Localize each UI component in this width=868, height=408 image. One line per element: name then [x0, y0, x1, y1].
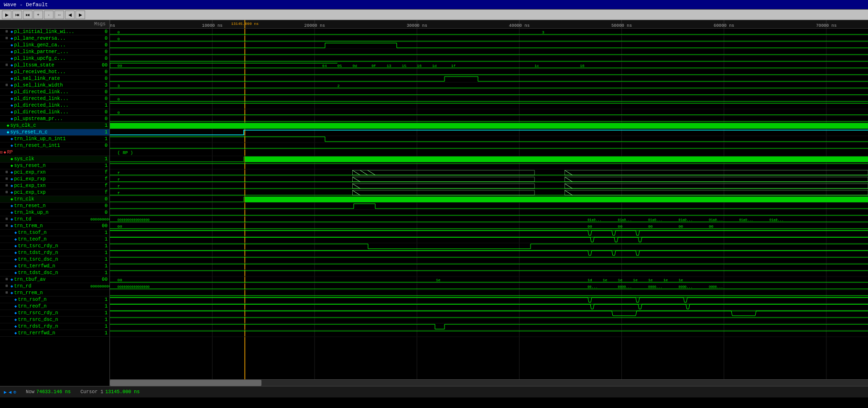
status-icon-3[interactable]: ⊕ — [13, 389, 16, 395]
signal-icon-pl-sel-link-rate: ◆ — [11, 76, 13, 81]
hscroll-thumb[interactable] — [110, 380, 261, 386]
signal-value-trn-reset-n-int1: 0 — [90, 143, 109, 148]
signal-row-pl-directed-4[interactable]: ◆ pl_directed_link... 0 — [0, 109, 109, 116]
signal-row-trn-clk[interactable]: ◆ trn_clk 0 — [0, 196, 109, 203]
toolbar-btn-zoom-out[interactable]: - — [44, 11, 54, 19]
status-bar: ▶ ◀ ⊕ Now 74633.146 ns Cursor 1 13145.00… — [0, 386, 868, 397]
wave-pl-link-gen2 — [110, 43, 868, 48]
signal-row-pci-exp-txp[interactable]: ⊞ ◆ pci_exp_txp f — [0, 189, 109, 196]
signal-header-msgs-label: Msgs — [90, 22, 109, 27]
signal-row-trn-terrfwd-n[interactable]: ◆ trn_terrfwd_n 1 — [0, 263, 109, 270]
signal-icon-sys-reset-n-c: ◆ — [7, 130, 9, 135]
signal-row-trn-reset-n[interactable]: ◆ trn_reset_n 0 — [0, 203, 109, 210]
status-icon-2[interactable]: ◀ — [9, 389, 11, 395]
hscroll[interactable] — [110, 379, 868, 386]
expand-icon-pci-exp-rxn[interactable]: ⊞ — [4, 170, 10, 176]
signal-row-sys-reset-n[interactable]: ◆ sys_reset_n 1 — [0, 163, 109, 169]
signal-row-pl-directed-2[interactable]: ◆ pl_directed_link... 0 — [0, 96, 109, 102]
signal-row-trn-rsrc-dsc-n[interactable]: ◆ trn_rsrc_dsc_n 1 — [0, 317, 109, 323]
svg-rect-68 — [565, 170, 868, 175]
signal-row-pl-sel-link-width[interactable]: ⊞ ◆ pl_sel_link_width 3 — [0, 82, 109, 89]
signal-value-pl-directed-1: 0 — [90, 89, 109, 95]
expand-icon-pl-sel-link-width[interactable]: ⊞ — [4, 83, 10, 88]
signal-row-trn-tbuf-av[interactable]: ⊞ ◆ trn_tbuf_av 00 — [0, 276, 109, 283]
svg-text:00: 00 — [679, 224, 684, 229]
signal-row-sys-clk[interactable]: ◆ sys_clk 1 — [0, 156, 109, 163]
signal-value-trn-trem-n: 00 — [90, 223, 109, 229]
svg-text:0: 0 — [118, 97, 120, 101]
wave-pl-ltssm: 00 04 05 0d 0F 13 15 16 1d 1f 1c 16 — [110, 63, 868, 68]
svg-line-83 — [353, 184, 360, 188]
toolbar-btn-2[interactable]: ⏮ — [12, 11, 22, 19]
signal-icon-trn-rerrfwd-n: ◆ — [14, 331, 17, 336]
signal-row-trn-reof-n[interactable]: ◆ trn_reof_n 1 — [0, 303, 109, 310]
expand-icon-pci-exp-txn[interactable]: ⊞ — [4, 183, 10, 189]
signal-row-sys-clk-c[interactable]: ◆ sys_clk_c 1 — [0, 122, 109, 129]
bus-icon-pl-initial: ◆ — [11, 29, 13, 34]
signal-row-pl-link-gen2[interactable]: ◆ pl_link_gen2_ca... 0 — [0, 42, 109, 49]
signal-row-trn-tdst-dsc-n[interactable]: ◆ trn_tdst_dsc_n 1 — [0, 270, 109, 276]
expand-icon-pci-exp-rxp[interactable]: ⊞ — [4, 176, 10, 182]
expand-icon-trn-td[interactable]: ⊞ — [4, 217, 10, 222]
toolbar-btn-fit[interactable]: ↔ — [54, 11, 64, 19]
signal-row-trn-rdst-rdy-n[interactable]: ◆ trn_rdst_rdy_n 1 — [0, 323, 109, 330]
signal-value-trn-rd: 0000000000000000 — [90, 284, 109, 288]
expand-icon-pl-lane[interactable]: ⊞ — [4, 36, 10, 42]
toolbar-btn-1[interactable]: ▶ — [2, 11, 11, 19]
signal-row-sys-reset-n-c[interactable]: ◆ sys_reset_n_c 1 — [0, 129, 109, 136]
signal-row-pl-received-hot[interactable]: ◆ pl_received_hot... 0 — [0, 69, 109, 76]
signal-list: ⊞ ◆ pl_initial_link_wi... 0 ⊞ ◆ pl_lane_… — [0, 29, 109, 386]
signal-row-trn-tsrc-dsc-n[interactable]: ◆ trn_tsrc_dsc_n 1 — [0, 256, 109, 263]
signal-row-trn-td[interactable]: ⊞ ◆ trn_td 0000000000000000 — [0, 216, 109, 223]
signal-row-pl-initial-link-wi[interactable]: ⊞ ◆ pl_initial_link_wi... 0 — [0, 29, 109, 35]
expand-icon-pl-ltssm[interactable]: ⊞ — [4, 63, 10, 68]
signal-row-trn-teof-n[interactable]: ◆ trn_teof_n 1 — [0, 236, 109, 243]
signal-row-trn-tsof-n[interactable]: ◆ trn_tsof_n 1 — [0, 230, 109, 236]
signal-name-trn-rrem-n: trn_rrem_n — [14, 290, 90, 296]
signal-row-trn-rrem-n[interactable]: ⊞ ◆ trn_rrem_n — [0, 290, 109, 297]
expand-icon-trn-rrem-n[interactable]: ⊞ — [4, 290, 10, 296]
signal-row-pci-exp-rxp[interactable]: ⊞ ◆ pci_exp_rxp f — [0, 176, 109, 183]
signal-row-trn-lnk-up-n[interactable]: ◆ trn_lnk_up_n 0 — [0, 210, 109, 216]
expand-icon-trn-tbuf-av[interactable]: ⊞ — [4, 277, 10, 283]
expand-icon-pci-exp-txp[interactable]: ⊞ — [4, 190, 10, 196]
wave-pl-initial-link-wi: 0 3 — [110, 29, 868, 35]
signal-row-pl-lane-reversa[interactable]: ⊞ ◆ pl_lane_reversa... 0 — [0, 35, 109, 42]
signal-row-pl-sel-link-rate[interactable]: ◆ pl_sel_link_rate 0 — [0, 76, 109, 82]
signal-row-pl-ltssm[interactable]: ⊞ ◆ pl_ltssm_state 00 — [0, 62, 109, 69]
toolbar-btn-next[interactable]: ▶ — [76, 11, 85, 19]
signal-row-trn-tsrc-rdy-n[interactable]: ◆ trn_tsrc_rdy_n 1 — [0, 243, 109, 250]
signal-row-trn-rsof-n[interactable]: ◆ trn_rsof_n 1 — [0, 297, 109, 303]
toolbar-btn-prev[interactable]: ◀ — [65, 11, 75, 19]
expand-icon-trn-trem-n[interactable]: ⊞ — [4, 223, 10, 229]
signal-row-pci-exp-rxn[interactable]: ⊞ ◆ pci_exp_rxn f — [0, 169, 109, 176]
expand-icon-trn-rd[interactable]: ⊞ — [4, 284, 10, 289]
signal-value-trn-rsrc-dsc-n: 1 — [90, 317, 109, 322]
signal-row-pl-upstream[interactable]: ◆ pl_upstream_pr... 0 — [0, 116, 109, 122]
signal-row-pl-directed-3[interactable]: ◆ pl_directed_link... 1 — [0, 102, 109, 109]
toolbar-btn-zoom-in[interactable]: + — [33, 11, 43, 19]
expand-icon-rp[interactable]: ⊟ — [0, 150, 2, 155]
signal-row-trn-rerrfwd-n[interactable]: ◆ trn_rerrfwd_n 1 — [0, 330, 109, 337]
signal-value-sys-reset-n-c: 1 — [90, 130, 109, 135]
signal-row-rp-group[interactable]: ⊟ ◆ RP — [0, 149, 109, 156]
signal-row-trn-rsrc-rdy-n[interactable]: ◆ trn_rsrc_rdy_n 1 — [0, 310, 109, 317]
svg-line-71 — [368, 170, 375, 175]
signal-row-pl-directed-1[interactable]: ◆ pl_directed_link... 0 — [0, 89, 109, 96]
status-icon-1[interactable]: ▶ — [4, 389, 7, 395]
signal-value-trn-link-up-n-int1: 1 — [90, 136, 109, 142]
toolbar-btn-3[interactable]: ⏭ — [23, 11, 33, 19]
expand-icon-pl-initial[interactable]: ⊞ — [4, 29, 10, 35]
signal-row-pl-link-partner[interactable]: ◆ pl_link_partner_... 0 — [0, 49, 109, 55]
signal-row-pl-link-upcfg[interactable]: ◆ pl_link_upcfg_c... 0 — [0, 55, 109, 62]
signal-row-pci-exp-txn[interactable]: ⊞ ◆ pci_exp_txn f — [0, 183, 109, 189]
signal-icon-pl-link-partner: ◆ — [11, 49, 13, 55]
wave-pl-sel-link-width: 3 2 — [110, 84, 868, 88]
signal-row-trn-reset-n-int1[interactable]: ◆ trn_reset_n_int1 0 — [0, 143, 109, 149]
signal-row-trn-link-up-n-int1[interactable]: ◆ trn_link_up_n_int1 1 — [0, 136, 109, 143]
signal-row-trn-tdst-rdy-n[interactable]: ◆ trn_tdst_rdy_n 1 — [0, 250, 109, 256]
svg-text:70000 ns: 70000 ns — [816, 23, 836, 28]
signal-row-trn-trem-n[interactable]: ⊞ ◆ trn_trem_n 00 — [0, 223, 109, 230]
signal-icon-pl-directed-3: ◆ — [11, 103, 13, 108]
signal-row-trn-rd[interactable]: ⊞ ◆ trn_rd 0000000000000000 — [0, 283, 109, 290]
